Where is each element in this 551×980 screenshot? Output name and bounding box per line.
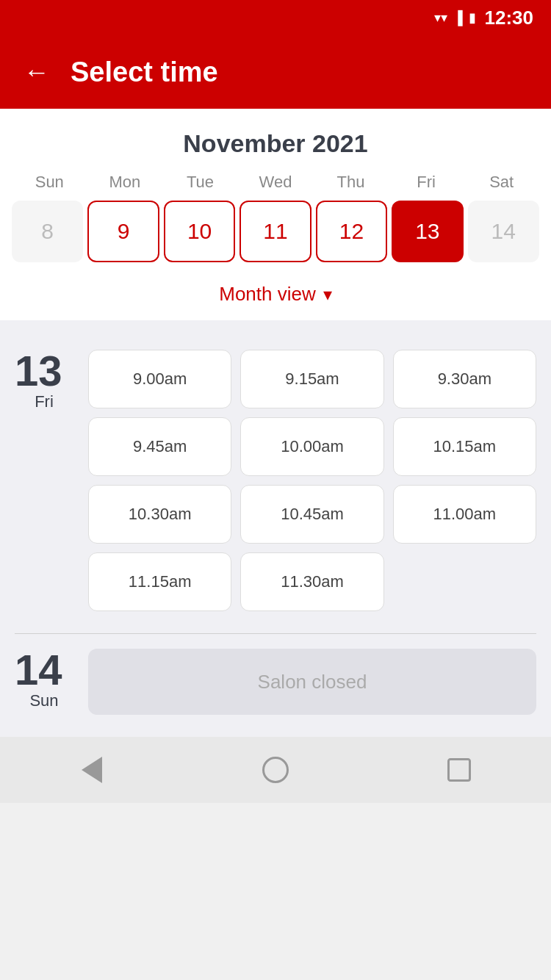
day-header-sat: Sat	[464, 173, 539, 192]
day-headers: Sun Mon Tue Wed Thu Fri Sat	[12, 173, 539, 192]
month-view-toggle[interactable]: Month view ▾	[12, 274, 539, 320]
nav-back-button[interactable]	[70, 748, 114, 792]
calendar-section: November 2021 Sun Mon Tue Wed Thu Fri Sa…	[0, 109, 551, 320]
date-row: 8 9 10 11 12 13 14	[12, 201, 539, 262]
month-view-label: Month view	[219, 283, 316, 306]
chevron-down-icon: ▾	[323, 284, 332, 305]
day-header-tue: Tue	[162, 173, 238, 192]
slot-1015am[interactable]: 10.15am	[393, 417, 536, 476]
slot-915am[interactable]: 9.15am	[240, 350, 383, 408]
date-cell-13[interactable]: 13	[392, 201, 463, 262]
nav-recents-icon	[447, 758, 471, 782]
status-bar: ▾▾ ▐ ▮ 12:30	[0, 0, 551, 35]
day-13-name: Fri	[15, 392, 73, 411]
day-13-label: 13 Fri	[15, 350, 73, 611]
day-13-time-grid: 9.00am 9.15am 9.30am 9.45am 10.00am 10.1…	[88, 350, 536, 611]
day-14-name: Sun	[15, 691, 73, 710]
day-14-block: 14 Sun Salon closed	[15, 634, 536, 737]
status-icons: ▾▾ ▐ ▮	[434, 10, 476, 26]
back-button[interactable]: ←	[24, 57, 50, 87]
nav-home-button[interactable]	[253, 748, 298, 792]
day-header-mon: Mon	[87, 173, 163, 192]
slot-945am[interactable]: 9.45am	[88, 417, 231, 476]
battery-icon: ▮	[469, 10, 476, 26]
slot-1130am[interactable]: 11.30am	[240, 552, 383, 611]
day-14-label: 14 Sun	[15, 649, 73, 715]
date-cell-9[interactable]: 9	[87, 201, 159, 262]
slot-930am[interactable]: 9.30am	[393, 350, 536, 408]
slots-section: 13 Fri 9.00am 9.15am 9.30am 9.45am 10.00…	[0, 320, 551, 737]
signal-icon: ▐	[453, 10, 463, 26]
slot-1000am[interactable]: 10.00am	[240, 417, 383, 476]
date-cell-14[interactable]: 14	[468, 201, 539, 262]
nav-back-icon	[82, 757, 102, 783]
slot-1045am[interactable]: 10.45am	[240, 485, 383, 544]
nav-bar	[0, 737, 551, 803]
app-header: ← Select time	[0, 35, 551, 109]
date-cell-12[interactable]: 12	[316, 201, 387, 262]
slot-1100am[interactable]: 11.00am	[393, 485, 536, 544]
day-header-thu: Thu	[313, 173, 389, 192]
day-14-number: 14	[15, 649, 73, 691]
day-13-number: 13	[15, 350, 73, 392]
slot-1115am[interactable]: 11.15am	[88, 552, 231, 611]
nav-recents-button[interactable]	[437, 748, 481, 792]
slot-1030am[interactable]: 10.30am	[88, 485, 231, 544]
page-title: Select time	[71, 57, 218, 88]
status-time: 12:30	[485, 7, 534, 29]
day-header-sun: Sun	[12, 173, 87, 192]
month-year-label: November 2021	[12, 129, 539, 158]
day-13-block: 13 Fri 9.00am 9.15am 9.30am 9.45am 10.00…	[15, 335, 536, 633]
day-header-wed: Wed	[238, 173, 314, 192]
date-cell-8[interactable]: 8	[12, 201, 83, 262]
slot-900am[interactable]: 9.00am	[88, 350, 231, 408]
date-cell-10[interactable]: 10	[164, 201, 235, 262]
day-header-fri: Fri	[389, 173, 464, 192]
date-cell-11[interactable]: 11	[240, 201, 311, 262]
salon-closed-label: Salon closed	[88, 649, 536, 715]
wifi-icon: ▾▾	[434, 10, 447, 26]
nav-home-icon	[262, 757, 289, 783]
